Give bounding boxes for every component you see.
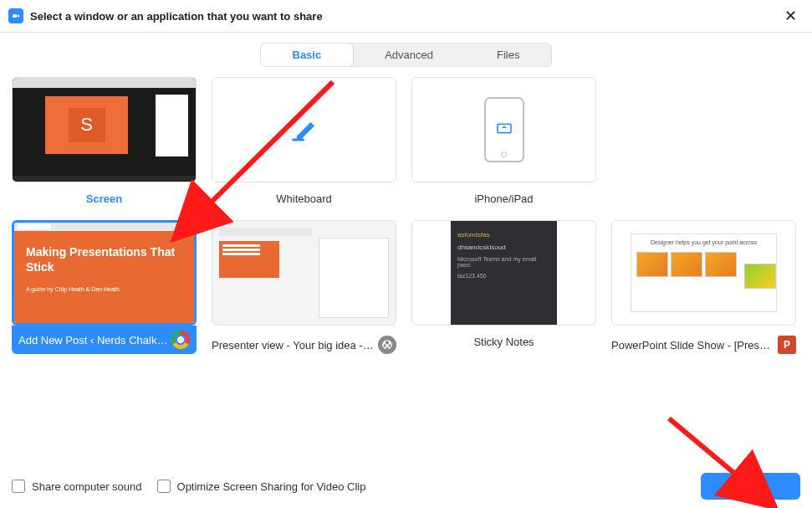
checkbox-icon xyxy=(157,480,171,493)
ppt-thumbnail: Designer helps you get your point across xyxy=(612,221,795,325)
phone-icon xyxy=(484,97,524,162)
tile-whiteboard[interactable]: Whiteboard xyxy=(212,77,396,205)
tab-files[interactable]: Files xyxy=(465,44,551,66)
share-sound-label: Share computer sound xyxy=(32,480,142,493)
dialog-title: Select a window or an application that y… xyxy=(30,10,778,23)
tile-powerpoint[interactable]: Designer helps you get your point across… xyxy=(611,220,796,354)
optimize-video-checkbox[interactable]: Optimize Screen Sharing for Video Clip xyxy=(157,480,366,493)
share-button[interactable]: Share xyxy=(701,473,800,500)
close-button[interactable]: ✕ xyxy=(778,5,804,27)
tile-iphone-ipad[interactable]: iPhone/iPad xyxy=(411,77,596,205)
sticky-thumbnail: asfondsfas dhsandcsidsoud Microsoft Team… xyxy=(451,221,557,325)
tile-label-ppt: PowerPoint Slide Show - [Present... P xyxy=(611,336,796,354)
chrome-thumbnail: Making Presentations That Stick A guide … xyxy=(14,223,194,323)
dialog-header: Select a window or an application that y… xyxy=(0,0,812,33)
share-sound-checkbox[interactable]: Share computer sound xyxy=(12,480,142,493)
tile-label-screen: Screen xyxy=(12,192,197,205)
dialog-footer: Share computer sound Optimize Screen Sha… xyxy=(0,464,812,508)
tile-label-chrome: Add New Post ‹ Nerds Chalk — ... xyxy=(12,326,197,354)
tile-screen[interactable]: S Screen xyxy=(12,77,197,205)
zoom-app-icon xyxy=(8,8,23,23)
tab-basic[interactable]: Basic xyxy=(260,43,355,67)
tile-sticky-notes[interactable]: asfondsfas dhsandcsidsoud Microsoft Team… xyxy=(411,220,596,354)
svg-rect-0 xyxy=(13,14,17,18)
tile-label-iphone: iPhone/iPad xyxy=(411,192,596,205)
screen-thumbnail: S xyxy=(13,78,196,182)
tile-chrome-window[interactable]: Making Presentations That Stick A guide … xyxy=(12,220,197,354)
optimize-label: Optimize Screen Sharing for Video Clip xyxy=(177,480,366,493)
checkbox-icon xyxy=(12,480,25,493)
tab-bar: Basic Advanced Files xyxy=(0,43,812,67)
chrome-icon xyxy=(171,331,190,349)
globe-icon xyxy=(378,336,396,354)
tile-label-sticky: Sticky Notes xyxy=(411,336,596,348)
tab-advanced[interactable]: Advanced xyxy=(353,44,465,66)
svg-rect-1 xyxy=(498,124,511,132)
tile-presenter-view[interactable]: Presenter view - Your big idea - G... xyxy=(212,220,396,354)
share-options-grid: S Screen Whiteboard xyxy=(0,77,812,354)
pencil-icon xyxy=(289,115,319,145)
powerpoint-icon: P xyxy=(778,336,796,354)
presenter-thumbnail xyxy=(212,221,396,325)
tile-label-whiteboard: Whiteboard xyxy=(212,192,396,205)
tile-label-presenter: Presenter view - Your big idea - G... xyxy=(212,336,396,354)
